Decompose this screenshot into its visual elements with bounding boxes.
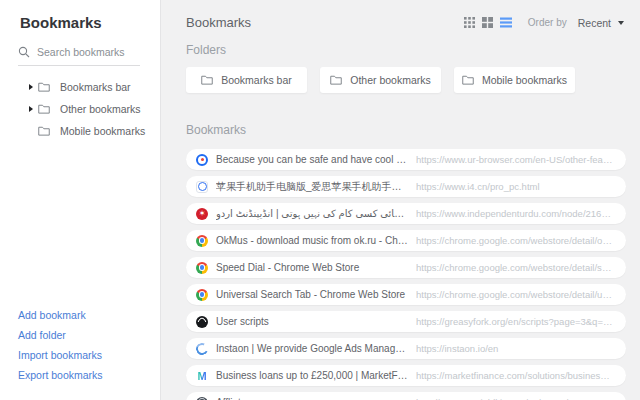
marketfinance-icon bbox=[196, 370, 208, 382]
bookmark-title: 苹果手机助手电脑版_爱思苹果手机助手电脑版官方下载_... bbox=[216, 180, 408, 194]
bookmark-url: https://greasyfork.org/en/scripts?page=3… bbox=[416, 316, 614, 327]
order-by-value: Recent bbox=[578, 17, 611, 29]
folder-icon bbox=[330, 75, 342, 85]
instaon-icon bbox=[194, 341, 209, 356]
page-title: Bookmarks bbox=[186, 15, 251, 30]
list-view-icon[interactable] bbox=[500, 17, 512, 28]
order-by-label: Order by bbox=[528, 17, 567, 28]
bookmark-url: https://chrome.google.com/webstore/detai… bbox=[416, 235, 614, 246]
search-input[interactable] bbox=[37, 46, 140, 58]
folder-icon bbox=[201, 75, 213, 85]
order-by-select[interactable]: Recent bbox=[578, 17, 624, 29]
chevron-down-icon bbox=[618, 21, 624, 25]
folder-icon bbox=[462, 75, 474, 85]
sidebar-folder-tree: Bookmarks bar Other bookmarks bbox=[0, 76, 160, 142]
chrome-store-icon bbox=[196, 262, 208, 274]
bookmark-url: https://www.independenturdu.com/node/216… bbox=[416, 208, 614, 219]
bookmark-list: Because you can be safe and have cool fe… bbox=[186, 149, 626, 400]
grid-large-icon[interactable] bbox=[482, 17, 493, 28]
globe-icon bbox=[196, 397, 208, 400]
sidebar-folder-label: Other bookmarks bbox=[60, 103, 141, 115]
chrome-store-icon bbox=[196, 235, 208, 247]
expander-triangle-icon[interactable] bbox=[29, 84, 33, 90]
sidebar-actions: Add bookmark Add folder Import bookmarks… bbox=[0, 302, 160, 390]
main-panel: Bookmarks Order by bbox=[161, 0, 640, 400]
greasyfork-icon bbox=[196, 316, 208, 328]
bookmark-row[interactable]: OkMus - download music from ok.ru - Chro… bbox=[186, 230, 626, 251]
bookmarks-section-label: Bookmarks bbox=[186, 123, 640, 137]
bookmark-title: Business loans up to £250,000 | MarketFi… bbox=[216, 370, 408, 381]
bookmark-row[interactable]: Speed Dial - Chrome Web Store https://ch… bbox=[186, 257, 626, 278]
sidebar-folder-item[interactable]: Other bookmarks bbox=[24, 98, 160, 120]
bookmark-url: https://chrome.google.com/webstore/detai… bbox=[416, 289, 614, 300]
bookmark-row[interactable]: Business loans up to £250,000 | MarketFi… bbox=[186, 365, 626, 386]
bookmark-url: https://www.i4.cn/pro_pc.html bbox=[416, 181, 614, 192]
bookmark-title: OkMus - download music from ok.ru - Chro… bbox=[216, 235, 408, 246]
independenturdu-icon bbox=[196, 208, 208, 220]
folder-icon bbox=[38, 126, 50, 136]
chrome-store-icon bbox=[196, 289, 208, 301]
sidebar-folder-label: Bookmarks bar bbox=[60, 81, 131, 93]
i4-icon bbox=[196, 181, 208, 193]
bookmark-title: Instaon | We provide Google Ads Manageme… bbox=[216, 343, 408, 354]
sidebar: Bookmarks Bookmarks bar bbox=[0, 0, 161, 400]
sidebar-folder-item[interactable]: Bookmarks bar bbox=[24, 76, 160, 98]
expander-triangle-icon[interactable] bbox=[29, 106, 33, 112]
sidebar-title: Bookmarks bbox=[20, 14, 160, 31]
header-controls: Order by Recent bbox=[457, 17, 624, 29]
bookmark-row[interactable]: User scripts https://greasyfork.org/en/s… bbox=[186, 311, 626, 332]
folder-card-label: Other bookmarks bbox=[350, 74, 431, 86]
folders-section-label: Folders bbox=[186, 43, 640, 57]
sidebar-action-link[interactable]: Add bookmark bbox=[18, 309, 160, 322]
sidebar-action-link[interactable]: Import bookmarks bbox=[18, 349, 160, 362]
bookmark-title: Universal Search Tab - Chrome Web Store bbox=[216, 289, 408, 300]
bookmark-row[interactable]: Affliate http://account.yieldkit.com/v2/… bbox=[186, 392, 626, 400]
grid-small-icon[interactable] bbox=[464, 17, 475, 28]
folder-icon bbox=[38, 104, 50, 114]
folder-cards: Bookmarks bar Other bookmarks Mobile boo bbox=[186, 67, 640, 93]
search-icon bbox=[18, 46, 30, 58]
sidebar-folder-item[interactable]: Mobile bookmarks bbox=[24, 120, 160, 142]
sidebar-folder-label: Mobile bookmarks bbox=[60, 125, 145, 137]
folder-card[interactable]: Bookmarks bar bbox=[186, 67, 307, 93]
folder-card[interactable]: Mobile bookmarks bbox=[454, 67, 575, 93]
bookmark-row[interactable]: Universal Search Tab - Chrome Web Store … bbox=[186, 284, 626, 305]
ur-browser-icon bbox=[196, 154, 208, 166]
folder-card-label: Mobile bookmarks bbox=[482, 74, 567, 86]
bookmark-row[interactable]: Because you can be safe and have cool fe… bbox=[186, 149, 626, 170]
bookmark-title: صرف پڑھائی لڑھائی کسی کام کی نہیں ہوتی |… bbox=[216, 208, 408, 220]
bookmark-row[interactable]: 苹果手机助手电脑版_爱思苹果手机助手电脑版官方下载_... https://ww… bbox=[186, 176, 626, 197]
bookmark-title: User scripts bbox=[216, 316, 408, 327]
sidebar-action-link[interactable]: Add folder bbox=[18, 329, 160, 342]
bookmark-url: https://www.ur-browser.com/en-US/other-f… bbox=[416, 154, 614, 165]
bookmark-row[interactable]: Instaon | We provide Google Ads Manageme… bbox=[186, 338, 626, 359]
bookmark-url: https://instaon.io/en bbox=[416, 343, 614, 354]
folder-card-label: Bookmarks bar bbox=[221, 74, 292, 86]
main-header: Bookmarks Order by bbox=[161, 0, 640, 30]
bookmark-row[interactable]: صرف پڑھائی لڑھائی کسی کام کی نہیں ہوتی |… bbox=[186, 203, 626, 224]
sidebar-action-link[interactable]: Export bookmarks bbox=[18, 369, 160, 382]
bookmark-title: Speed Dial - Chrome Web Store bbox=[216, 262, 408, 273]
bookmark-url: https://marketfinance.com/solutions/busi… bbox=[416, 370, 614, 381]
bookmark-url: https://chrome.google.com/webstore/detai… bbox=[416, 262, 614, 273]
search-box bbox=[18, 46, 140, 66]
bookmark-title: Because you can be safe and have cool fe… bbox=[216, 154, 408, 165]
folder-card[interactable]: Other bookmarks bbox=[320, 67, 441, 93]
folder-icon bbox=[38, 82, 50, 92]
